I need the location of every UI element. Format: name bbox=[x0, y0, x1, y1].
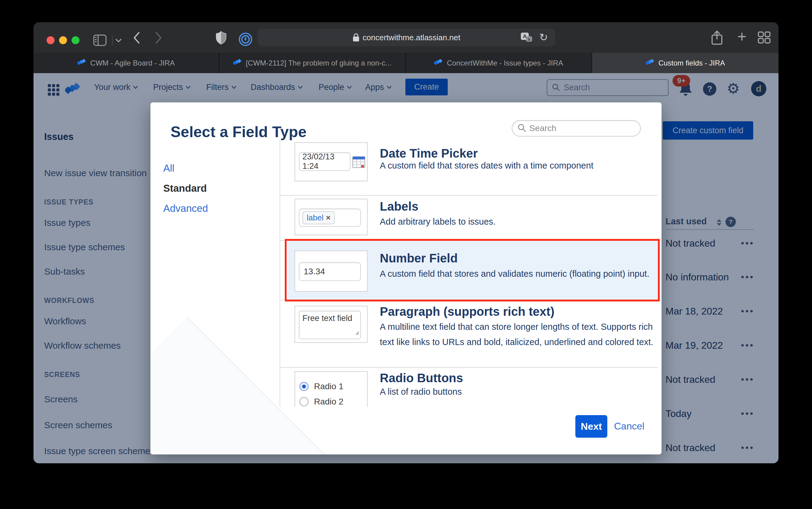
resize-handle-icon bbox=[355, 327, 359, 338]
tab-label: ConcertWithMe - Issue types - JIRA bbox=[447, 59, 563, 67]
remove-tag-icon: × bbox=[326, 213, 330, 223]
url-text: concertwithme.atlassian.net bbox=[363, 33, 460, 42]
modal-nav-all[interactable]: All bbox=[163, 162, 175, 174]
labels-input: label × bbox=[299, 208, 361, 227]
tab-custom-fields[interactable]: Custom fields - JIRA bbox=[591, 53, 778, 73]
tab-overview-icon[interactable] bbox=[758, 31, 771, 43]
svg-text:x: x bbox=[528, 37, 530, 41]
jira-favicon bbox=[646, 58, 654, 68]
modal-nav-advanced[interactable]: Advanced bbox=[163, 202, 208, 214]
jira-page: Your work Projects Filters Dashboards Pe… bbox=[34, 73, 778, 463]
forward-icon[interactable] bbox=[155, 31, 163, 44]
field-type-title: Number Field bbox=[380, 250, 458, 266]
number-input: 13.34 bbox=[299, 262, 361, 281]
field-type-title: Paragraph (supports rich text) bbox=[380, 304, 554, 319]
password-manager-icon[interactable] bbox=[238, 32, 253, 47]
zoom-window-button[interactable] bbox=[72, 36, 79, 44]
number-value: 13.34 bbox=[304, 267, 325, 276]
radio-option-label: Radio 1 bbox=[314, 382, 343, 392]
tab-label: [CWM-2112] The problem of gluing a non-c… bbox=[246, 59, 392, 67]
new-tab-icon[interactable]: + bbox=[733, 28, 751, 46]
field-type-description: A list of radio buttons bbox=[380, 384, 462, 399]
paragraph-preview: Free text field bbox=[295, 306, 368, 343]
jira-favicon bbox=[77, 58, 86, 68]
chrome-divider bbox=[112, 36, 113, 45]
calendar-icon bbox=[353, 156, 365, 169]
modal-nav-standard[interactable]: Standard bbox=[163, 182, 207, 195]
modal-title: Select a Field Type bbox=[171, 123, 306, 141]
url-bar[interactable]: concertwithme.atlassian.net Ax ↻ bbox=[257, 29, 555, 46]
modal-search-input[interactable] bbox=[529, 124, 621, 133]
close-window-button[interactable] bbox=[47, 36, 54, 44]
radio-selected-icon bbox=[299, 382, 308, 391]
radio-option: Radio 1 bbox=[299, 382, 343, 392]
radio-option: Radio 2 bbox=[299, 397, 343, 407]
field-type-title: Labels bbox=[380, 198, 418, 214]
paragraph-text: Free text field bbox=[302, 314, 353, 323]
translate-icon[interactable]: Ax bbox=[520, 32, 533, 43]
search-icon bbox=[517, 123, 526, 134]
labels-preview: label × bbox=[295, 199, 368, 235]
minimize-window-button[interactable] bbox=[59, 36, 67, 44]
tab-cwm-2112[interactable]: [CWM-2112] The problem of gluing a non-c… bbox=[219, 53, 405, 73]
field-type-description: A custom field that stores and validates… bbox=[380, 266, 658, 281]
radio-option-label: Radio 2 bbox=[314, 397, 343, 407]
back-icon[interactable] bbox=[133, 31, 140, 44]
cancel-button[interactable]: Cancel bbox=[614, 420, 644, 432]
field-type-description: A multiline text field that can store lo… bbox=[380, 319, 658, 349]
tab-strip: CWM - Agile Board - JIRA [CWM-2112] The … bbox=[34, 53, 778, 73]
privacy-shield-icon[interactable] bbox=[216, 31, 227, 45]
radio-unselected-icon bbox=[299, 397, 308, 406]
label-tag-text: label bbox=[307, 213, 324, 223]
chevron-down-icon[interactable] bbox=[115, 38, 122, 43]
sidebar-toggle-icon[interactable] bbox=[93, 34, 107, 46]
lock-icon bbox=[353, 33, 360, 42]
browser-window: concertwithme.atlassian.net Ax ↻ + CWM -… bbox=[34, 22, 778, 463]
field-type-row-paragraph[interactable]: Free text field Paragraph (supports rich… bbox=[280, 300, 658, 367]
select-field-type-modal: Select a Field Type All Standard Advance… bbox=[150, 102, 662, 454]
jira-favicon bbox=[233, 58, 242, 68]
label-tag: label × bbox=[302, 211, 335, 224]
radio-preview: Radio 1 Radio 2 bbox=[295, 371, 368, 407]
field-type-row-radio-buttons[interactable]: Radio 1 Radio 2 Radio Buttons A list of … bbox=[280, 367, 658, 407]
browser-chrome-bar: concertwithme.atlassian.net Ax ↻ + bbox=[34, 22, 778, 53]
tab-issue-types[interactable]: ConcertWithMe - Issue types - JIRA bbox=[405, 53, 591, 73]
field-type-row-labels[interactable]: label × Labels Add arbitrary labels to i… bbox=[280, 195, 658, 240]
number-preview: 13.34 bbox=[295, 250, 368, 292]
field-type-row-date-time-picker[interactable]: 23/02/13 1:24 Date Time Picker A custom … bbox=[280, 139, 658, 195]
jira-favicon bbox=[434, 58, 443, 68]
date-time-input: 23/02/13 1:24 bbox=[299, 152, 350, 171]
modal-search[interactable] bbox=[512, 120, 641, 137]
paragraph-textarea: Free text field bbox=[299, 311, 361, 339]
field-type-list: 23/02/13 1:24 Date Time Picker A custom … bbox=[280, 139, 658, 407]
date-time-preview: 23/02/13 1:24 bbox=[295, 142, 368, 181]
field-type-title: Radio Buttons bbox=[380, 370, 463, 386]
share-icon[interactable] bbox=[711, 30, 723, 45]
date-time-value: 23/02/13 1:24 bbox=[302, 152, 350, 171]
reload-icon[interactable]: ↻ bbox=[540, 31, 548, 43]
field-type-description: A custom field that stores dates with a … bbox=[380, 158, 593, 173]
next-button[interactable]: Next bbox=[575, 415, 607, 438]
field-type-row-number-field[interactable]: 13.34 Number Field A custom field that s… bbox=[280, 240, 658, 300]
tab-cwm-agile-board[interactable]: CWM - Agile Board - JIRA bbox=[34, 53, 219, 73]
field-type-description: Add arbitrary labels to issues. bbox=[380, 214, 495, 229]
tab-label: Custom fields - JIRA bbox=[659, 59, 725, 67]
tab-label: CWM - Agile Board - JIRA bbox=[90, 59, 175, 67]
